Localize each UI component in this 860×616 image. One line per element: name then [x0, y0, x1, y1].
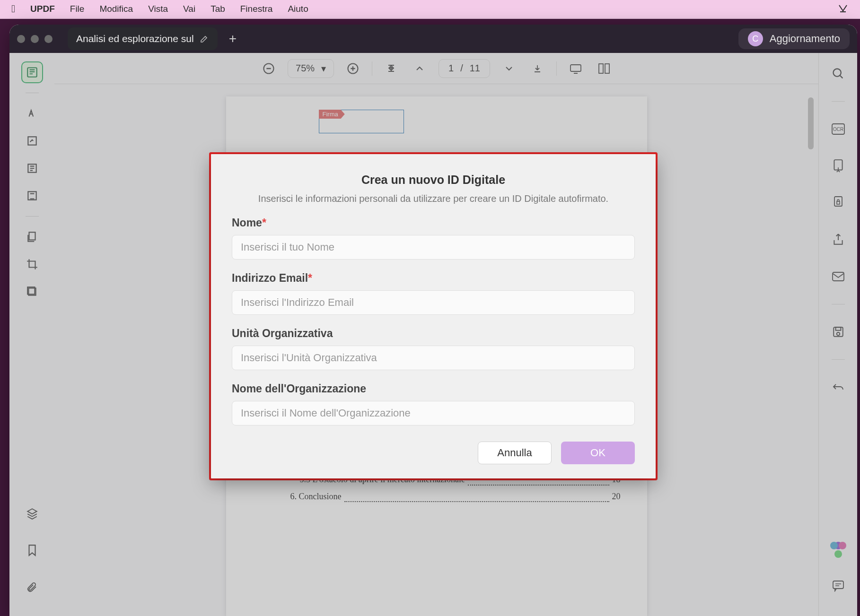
org-unit-input[interactable]: [232, 346, 635, 370]
label-org-name: Nome dell'Organizzazione: [232, 382, 635, 395]
minimize-window-icon[interactable]: [31, 35, 39, 43]
ok-button[interactable]: OK: [561, 442, 635, 464]
titlebar: Analisi ed esplorazione sul + C Aggiorna…: [9, 25, 857, 53]
pencil-icon[interactable]: [200, 34, 209, 43]
create-digital-id-dialog: Crea un nuovo ID Digitale Inserisci le i…: [211, 154, 656, 478]
menu-edit[interactable]: Modifica: [99, 4, 133, 14]
dialog-title: Crea un nuovo ID Digitale: [232, 173, 635, 187]
tab-title: Analisi ed esplorazione sul: [76, 33, 194, 44]
label-org-unit: Unità Organizzativa: [232, 327, 635, 340]
menu-view[interactable]: Vista: [148, 4, 168, 14]
add-tab-button[interactable]: +: [223, 31, 242, 46]
fullscreen-window-icon[interactable]: [44, 35, 53, 43]
menubar-extra-icon[interactable]: [837, 4, 849, 14]
menu-help[interactable]: Aiuto: [288, 4, 308, 14]
menu-go[interactable]: Vai: [183, 4, 195, 14]
close-window-icon[interactable]: [17, 35, 25, 43]
label-email: Indirizzo Email*: [232, 272, 635, 285]
menubar-app-name[interactable]: UPDF: [30, 4, 55, 14]
document-tab[interactable]: Analisi ed esplorazione sul: [68, 27, 218, 50]
user-action-label: Aggiornamento: [770, 33, 840, 45]
name-input[interactable]: [232, 235, 635, 260]
apple-menu-icon[interactable]: : [11, 3, 15, 15]
avatar: C: [748, 31, 763, 46]
org-name-input[interactable]: [232, 401, 635, 425]
cancel-button[interactable]: Annulla: [478, 442, 552, 464]
label-name: Nome*: [232, 217, 635, 229]
email-input[interactable]: [232, 290, 635, 315]
menu-tab[interactable]: Tab: [211, 4, 225, 14]
dialog-highlight-frame: Crea un nuovo ID Digitale Inserisci le i…: [209, 152, 658, 480]
user-chip[interactable]: C Aggiornamento: [738, 28, 850, 49]
window-controls[interactable]: [17, 35, 53, 43]
macos-menubar:  UPDF File Modifica Vista Vai Tab Fines…: [0, 0, 860, 19]
menu-file[interactable]: File: [70, 4, 85, 14]
app-window: Analisi ed esplorazione sul + C Aggiorna…: [9, 25, 857, 616]
menu-window[interactable]: Finestra: [240, 4, 273, 14]
dialog-subtitle: Inserisci le informazioni personali da u…: [232, 193, 635, 204]
